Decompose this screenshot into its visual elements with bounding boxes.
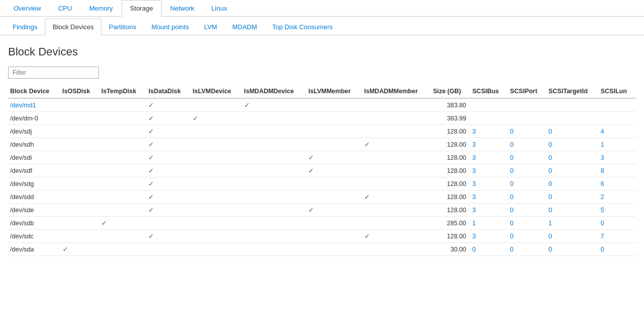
- table-cell: /dev/sdh: [8, 138, 61, 151]
- filter-input[interactable]: [8, 67, 99, 79]
- table-cell: [242, 164, 307, 177]
- table-cell: ✓: [191, 112, 242, 125]
- table-cell: /dev/sdf: [8, 164, 61, 177]
- table-cell: [362, 112, 431, 125]
- table-cell: [362, 98, 431, 112]
- table-cell: ✓: [362, 230, 431, 243]
- table-cell: 6: [599, 177, 636, 191]
- table-cell: 0: [470, 243, 508, 256]
- table-cell: ✓: [146, 98, 191, 112]
- content-area: Block Devices Block DeviceIsOSDiskIsTemp…: [0, 35, 644, 266]
- table-cell: [306, 125, 362, 138]
- table-cell: ✓: [306, 151, 362, 164]
- table-cell: 0: [547, 125, 599, 138]
- table-cell: [470, 112, 508, 125]
- table-row: /dev/sda✓30.000000: [8, 243, 636, 256]
- table-row: /dev/sde✓✓128.003005: [8, 204, 636, 217]
- table-cell: [99, 164, 147, 177]
- table-cell: ✓: [146, 191, 191, 204]
- sub-nav-item-mdadm[interactable]: MDADM: [225, 19, 264, 35]
- table-cell: 0: [547, 177, 599, 191]
- table-cell: 0: [508, 204, 546, 217]
- top-nav-item-storage[interactable]: Storage: [122, 0, 162, 17]
- col-header-islvmdevice: IsLVMDevice: [191, 85, 242, 98]
- table-cell: 0: [547, 243, 599, 256]
- table-cell: [242, 204, 307, 217]
- table-cell: ✓: [146, 112, 191, 125]
- table-cell: 0: [508, 138, 546, 151]
- table-cell: 128.00: [431, 125, 470, 138]
- table-cell: /dev/sdj: [8, 125, 61, 138]
- col-header-islvmmember: IsLVMMember: [306, 85, 362, 98]
- table-cell: 128.00: [431, 151, 470, 164]
- table-cell: 0: [508, 164, 546, 177]
- top-nav-item-memory[interactable]: Memory: [81, 0, 122, 17]
- top-nav-item-cpu[interactable]: CPU: [49, 0, 80, 17]
- col-header-isosdisk: IsOSDisk: [61, 85, 99, 98]
- col-header-scsibus: SCSIBus: [470, 85, 508, 98]
- table-cell: 3: [470, 138, 508, 151]
- table-cell: [99, 230, 147, 243]
- table-cell: [547, 98, 599, 112]
- table-cell: [306, 98, 362, 112]
- table-cell: 0: [508, 243, 546, 256]
- table-cell: 383.99: [431, 112, 470, 125]
- table-cell: ✓: [146, 125, 191, 138]
- sub-nav-item-findings[interactable]: Findings: [5, 19, 45, 35]
- sub-nav: FindingsBlock DevicesPartitionsMount poi…: [0, 19, 644, 35]
- table-cell: [99, 243, 147, 256]
- sub-nav-item-top-disk-consumers[interactable]: Top Disk Consumers: [264, 19, 340, 35]
- table-row: /dev/md1✓✓383.80: [8, 98, 636, 112]
- table-cell: ✓: [99, 217, 147, 230]
- table-cell: /dev/sdd: [8, 191, 61, 204]
- header-row: Block DeviceIsOSDiskIsTempDiskIsDataDisk…: [8, 85, 636, 98]
- table-cell: [306, 112, 362, 125]
- table-cell: [242, 217, 307, 230]
- table-cell: 0: [547, 151, 599, 164]
- sub-nav-item-mount-points[interactable]: Mount points: [144, 19, 196, 35]
- top-nav-item-linux[interactable]: Linux: [203, 0, 236, 17]
- table-cell: [61, 230, 99, 243]
- top-nav-item-network[interactable]: Network: [162, 0, 203, 17]
- table-cell: 128.00: [431, 138, 470, 151]
- sub-nav-item-lvm[interactable]: LVM: [196, 19, 225, 35]
- table-cell: [242, 243, 307, 256]
- table-cell: [191, 151, 242, 164]
- table-cell: ✓: [306, 164, 362, 177]
- sub-nav-item-partitions[interactable]: Partitions: [101, 19, 144, 35]
- table-cell: [599, 98, 636, 112]
- block-devices-table: Block DeviceIsOSDiskIsTempDiskIsDataDisk…: [8, 85, 636, 256]
- top-nav-item-overview[interactable]: Overview: [5, 0, 49, 17]
- sub-nav-item-block-devices[interactable]: Block Devices: [45, 19, 101, 35]
- table-cell: 128.00: [431, 230, 470, 243]
- table-cell: [306, 177, 362, 191]
- table-cell: [191, 125, 242, 138]
- table-cell: 0: [547, 204, 599, 217]
- table-cell: [362, 204, 431, 217]
- table-cell: [306, 243, 362, 256]
- table-cell: 3: [470, 164, 508, 177]
- table-cell: 128.00: [431, 177, 470, 191]
- col-header-block-device: Block Device: [8, 85, 61, 98]
- table-cell: [362, 151, 431, 164]
- table-cell: [242, 138, 307, 151]
- table-cell: ✓: [146, 138, 191, 151]
- table-row: /dev/sdg✓128.003006: [8, 177, 636, 191]
- table-cell: 3: [599, 151, 636, 164]
- table-cell: [61, 138, 99, 151]
- table-cell: [61, 204, 99, 217]
- table-cell: /dev/sdg: [8, 177, 61, 191]
- table-cell: [61, 112, 99, 125]
- table-cell: [146, 217, 191, 230]
- table-cell: /dev/sdc: [8, 230, 61, 243]
- table-cell: [242, 177, 307, 191]
- table-cell: 128.00: [431, 204, 470, 217]
- table-cell: [306, 217, 362, 230]
- table-cell[interactable]: /dev/md1: [8, 98, 61, 112]
- table-cell: [242, 151, 307, 164]
- table-cell: [61, 151, 99, 164]
- table-cell: 3: [470, 177, 508, 191]
- table-cell: 0: [547, 138, 599, 151]
- table-cell: 1: [470, 217, 508, 230]
- table-cell: [61, 125, 99, 138]
